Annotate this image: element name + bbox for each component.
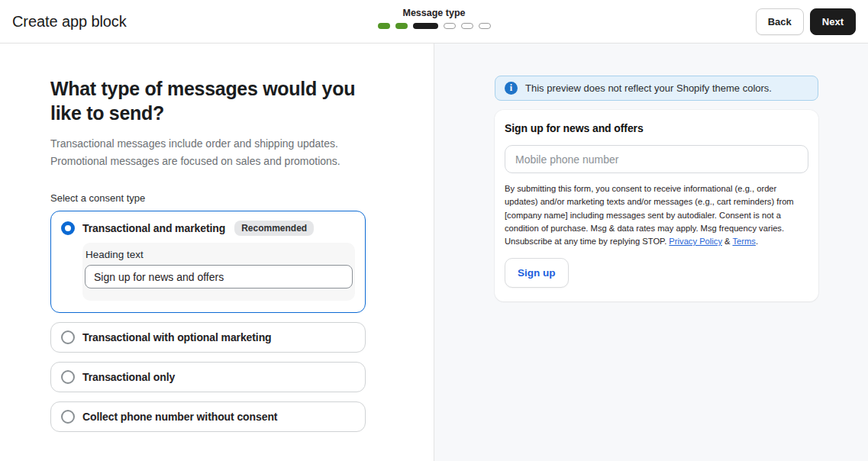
option-card-collect-without-consent[interactable]: Collect phone number without consent [50,401,366,432]
option-card-transactional-only[interactable]: Transactional only [50,362,366,392]
radio-selected-icon[interactable] [61,221,75,235]
radio-unselected-icon[interactable] [61,370,75,384]
option-label: Transactional only [82,371,175,383]
option-label: Transactional and marketing [82,222,225,234]
option-card-transactional-and-marketing[interactable]: Transactional and marketing Recommended … [50,211,366,313]
progress-indicator: Message type [378,8,491,29]
question-description: Transactional messages include order and… [50,135,386,169]
page-title: Create app block [12,13,127,31]
progress-pill-upcoming [461,23,473,29]
heading-text-label: Heading text [86,249,353,260]
back-button[interactable]: Back [756,8,804,35]
progress-pill-current [413,23,438,29]
info-banner: i This preview does not reflect your Sho… [495,76,818,101]
privacy-policy-link[interactable]: Privacy Policy [669,237,722,246]
progress-pill-upcoming [479,23,491,29]
preview-panel: i This preview does not reflect your Sho… [434,44,868,461]
option-label: Collect phone number without consent [82,411,277,423]
header-actions: Back Next [756,0,856,44]
question-heading: What type of messages would you like to … [50,77,386,125]
mobile-phone-input[interactable] [505,145,808,173]
heading-text-input[interactable] [85,265,353,289]
step-label: Message type [403,8,466,18]
heading-text-group: Heading text [82,243,355,301]
option-label: Transactional with optional marketing [82,331,272,343]
wizard-header: Create app block Message type Back Next [0,0,868,44]
consent-type-label: Select a consent type [50,192,389,204]
progress-pill-complete [378,23,390,29]
signup-button[interactable]: Sign up [505,258,569,288]
option-card-transactional-optional-marketing[interactable]: Transactional with optional marketing [50,322,366,353]
recommended-badge: Recommended [234,221,314,236]
progress-pill-complete [395,23,408,29]
legal-separator: & [722,237,732,246]
terms-link[interactable]: Terms [732,237,755,246]
signup-form-preview: Sign up for news and offers By submittin… [495,110,818,301]
info-icon: i [505,82,518,95]
info-banner-text: This preview does not reflect your Shopi… [525,82,772,94]
progress-pills [378,23,491,29]
legal-period: . [756,237,758,246]
progress-pill-upcoming [444,23,456,29]
legal-disclaimer: By submitting this form, you consent to … [505,182,810,249]
radio-unselected-icon[interactable] [61,410,75,424]
next-button[interactable]: Next [810,8,856,35]
form-heading: Sign up for news and offers [505,122,808,134]
settings-panel: What type of messages would you like to … [0,44,434,461]
radio-unselected-icon[interactable] [61,330,75,344]
